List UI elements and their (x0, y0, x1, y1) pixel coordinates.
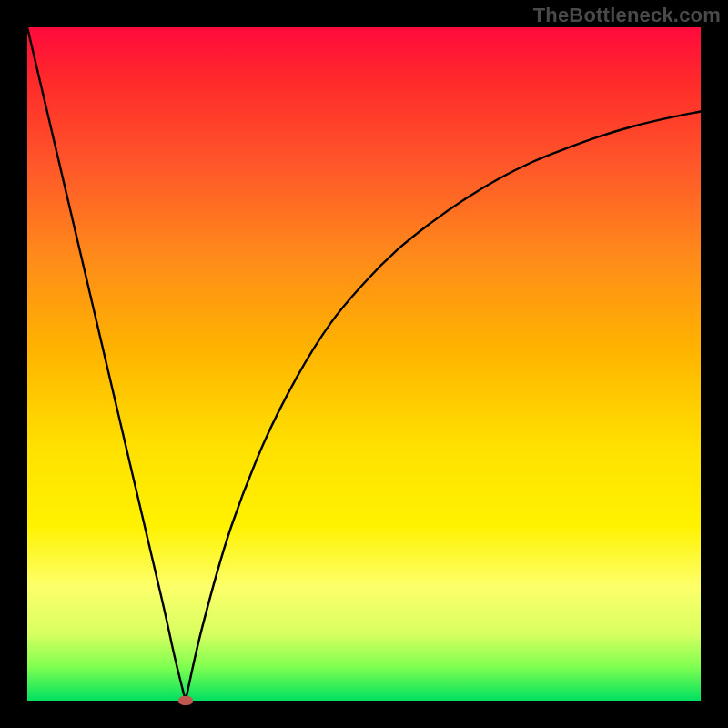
minimum-marker (178, 696, 193, 705)
plot-area (27, 27, 701, 701)
watermark-text: TheBottleneck.com (533, 4, 721, 27)
chart-frame: TheBottleneck.com (0, 0, 728, 728)
curve-path (27, 27, 701, 709)
bottleneck-curve (27, 27, 701, 701)
